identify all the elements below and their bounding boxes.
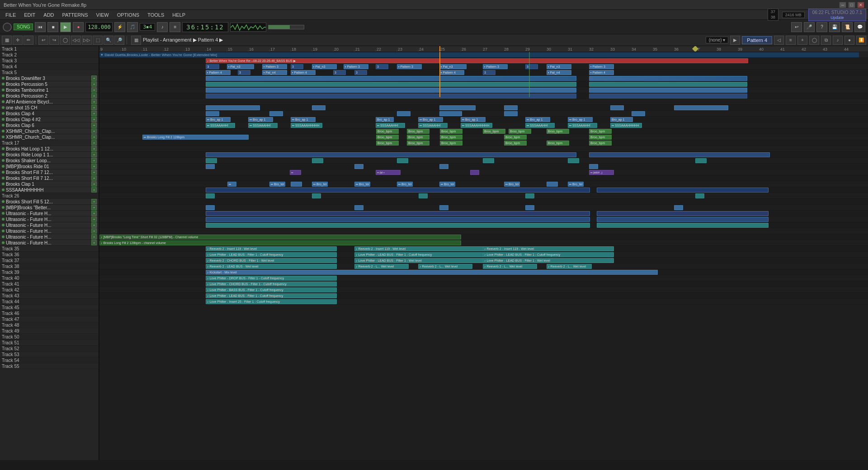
clip-row14-b[interactable]: Broo_bpm	[407, 129, 429, 134]
clip-row25-e[interactable]	[695, 193, 704, 198]
clip-row12-h[interactable]: ▪▪ Bro_ap 1	[568, 117, 593, 122]
clip-row20-b[interactable]	[354, 164, 363, 169]
pattern-add[interactable]: +	[797, 36, 807, 45]
track-name-row-19[interactable]: Brooks Ride Loop 1 1... +	[0, 152, 99, 158]
clip-row11-a[interactable]	[206, 111, 219, 116]
track-28-add[interactable]: +	[91, 205, 97, 210]
clip-row23-h[interactable]: ▪▪ Bro_ter 3	[504, 182, 520, 187]
clip-row23-g[interactable]: ▪▪ Bro_ter 3	[439, 182, 455, 187]
track-name-row-15[interactable]: XSHMR_Church_Clap... +	[0, 128, 99, 134]
timeline-tracks[interactable]: ✦ David Guetta,Brooks,Loote - Better Whe…	[99, 52, 868, 305]
clip-row19-e[interactable]	[568, 158, 579, 163]
track-34-add[interactable]: +	[91, 240, 97, 245]
toolbar-nav-right[interactable]: ▷▷	[82, 36, 92, 45]
track-name-row-14[interactable]: Brooks Clap 6 +	[0, 122, 99, 128]
track-12-add[interactable]: +	[91, 111, 97, 116]
minimize-button[interactable]: ─	[839, 2, 846, 8]
clip-row23-d[interactable]: ▪▪ Bro_ter 3	[312, 182, 328, 187]
clip-row18-b[interactable]	[589, 152, 770, 157]
clip-row13-b[interactable]: ▪▪ SSSAAAHH!	[248, 123, 278, 128]
toolbar-grid[interactable]: ▦	[2, 36, 12, 45]
clip-row25-a[interactable]	[206, 193, 215, 198]
clip-row15-b[interactable]: Broo_bpm	[376, 135, 399, 140]
help-button[interactable]: ?	[816, 22, 827, 32]
track-name-row-7[interactable]: Brooks Percussion 5 +	[0, 81, 99, 87]
clip-row4-a[interactable]: ▪ Pattern 4	[206, 70, 231, 75]
tempo-tap-button[interactable]: ⚡	[114, 22, 125, 32]
clip-row10-a[interactable]	[206, 105, 260, 110]
clip-row13-d[interactable]: ▪▪ SSSAAAHH!	[376, 123, 405, 128]
track-name-row-22[interactable]: Brooks Short Fill 7 12... +	[0, 169, 99, 175]
clip-row4-d[interactable]: ▪ Pattern 4	[291, 70, 316, 75]
clip-row18-main[interactable]	[206, 152, 576, 157]
clip-row7-main[interactable]	[206, 88, 576, 93]
clip-row3-b[interactable]: ▪ Pat_n3	[227, 64, 254, 69]
clip-row43-main[interactable]: ♪ Love Philter - Insert 25 - Filter 1 - …	[206, 299, 337, 304]
track-name-row-29[interactable]: Ultrasonic - Future H... +	[0, 211, 99, 216]
clip-row3-e[interactable]: ▪ Pat_n3	[312, 64, 337, 69]
toolbar-undo-sm[interactable]: ↩	[38, 36, 48, 45]
track-25-add[interactable]: +	[91, 187, 97, 193]
clip-row27-c[interactable]	[439, 205, 448, 210]
track-13-add[interactable]: +	[91, 117, 97, 122]
track-19-add[interactable]: +	[91, 152, 97, 157]
clip-row12-d[interactable]: Bro_ap 1	[376, 117, 394, 122]
clip-row21-b[interactable]: ▪▪ [M ▪	[376, 170, 401, 175]
song-label[interactable]: SONG	[14, 24, 33, 30]
playlist-icon[interactable]: ▦	[131, 36, 141, 45]
clip-row34-main[interactable]: ♪ Reeverb 2 - Insert 119 - Wet level	[206, 246, 337, 251]
clip-row33-main[interactable]: ♪ Brooks Long Fill 2 128bpm - channel vo…	[99, 240, 461, 245]
clip-row35-b[interactable]: ♪ Love Philter - LEAD BUS - Filter 1 - C…	[354, 252, 486, 257]
clip-row11-d[interactable]	[439, 111, 462, 116]
track-name-row-27[interactable]: Brooks Short Fill 5 12... +	[0, 199, 99, 205]
pattern-play[interactable]: ▶	[730, 36, 740, 45]
clip-row16-d[interactable]: Broo_bpm	[504, 141, 527, 146]
clip-row25-b[interactable]	[312, 193, 321, 198]
clip-row28-b[interactable]	[597, 211, 769, 216]
clip-row30-main[interactable]	[206, 223, 590, 228]
clip-row8-b[interactable]	[589, 94, 747, 99]
clip-row12-f[interactable]: ▪▪ Bro_ap 1	[461, 117, 486, 122]
track-32-add[interactable]: +	[91, 228, 97, 234]
clip-row8-main[interactable]	[206, 94, 576, 99]
clip-row11-f[interactable]	[632, 111, 645, 116]
track-24-add[interactable]: +	[91, 181, 97, 187]
track-name-row-23[interactable]: Brooks Short Fill 7 12... +	[0, 175, 99, 181]
clip-row21-a[interactable]: ▪▪	[290, 170, 301, 175]
clip-row3-c[interactable]: ▪ Pattern 3	[262, 64, 287, 69]
track-14-add[interactable]: +	[91, 122, 97, 128]
track-name-row-21[interactable]: [MBP]Brooks Ride 01 +	[0, 164, 99, 169]
clip-row14-f[interactable]: Broo_bpm	[547, 129, 569, 134]
track-15-add[interactable]: +	[91, 128, 97, 134]
clip-row5-main[interactable]	[206, 76, 576, 81]
track-18-add[interactable]: +	[91, 146, 97, 151]
clip-row23-e[interactable]: ▪▪ Bro_ter 3	[354, 182, 370, 187]
track-33-add[interactable]: +	[91, 234, 97, 240]
menu-view[interactable]: VIEW	[93, 11, 113, 19]
clip-row41-main[interactable]: ♪ Love Philter - BASS BUS - Filter 1 - C…	[206, 287, 337, 292]
clip-row34-b[interactable]: ♪ Reeverb 2 - Insert 119 - Wet level	[354, 246, 486, 251]
clip-row37-c[interactable]: ♪ Reeverb 2 - L... Wet level	[418, 264, 472, 269]
menu-edit[interactable]: EDIT	[20, 11, 39, 19]
clip-row6-main[interactable]	[206, 82, 576, 87]
track-name-row-13[interactable]: Brooks Clap 4 #2 +	[0, 117, 99, 122]
clip-row4-e[interactable]: 3	[333, 70, 346, 75]
clip-row27-e[interactable]	[674, 205, 683, 210]
save-button[interactable]: 💾	[829, 22, 840, 32]
clip-row16-b[interactable]: Broo_bpm	[407, 141, 429, 146]
clip-row11-b[interactable]	[269, 111, 283, 116]
clip-row36-main[interactable]: ♪ Reeverb 2 - CHORD BUS - Filter 1 - Wet…	[206, 258, 337, 263]
clip-row13-a[interactable]: ▪▪ SSSAAAHH!	[206, 123, 235, 128]
clip-row14-a[interactable]: Broo_bpm	[376, 129, 399, 134]
pattern-mute[interactable]: ◯	[809, 36, 819, 45]
clip-row1-title[interactable]: ✦ David Guetta,Brooks,Loote - Better Whe…	[99, 52, 859, 57]
clip-row27-d[interactable]	[525, 205, 534, 210]
metronome-button[interactable]: 🎵	[127, 22, 138, 32]
track-name-row-20[interactable]: Brooks Shaker Loop... +	[0, 158, 99, 164]
mixer-button[interactable]: ≡	[170, 22, 180, 32]
menu-file[interactable]: FILE	[2, 11, 19, 19]
track-31-add[interactable]: +	[91, 222, 97, 228]
clip-row19-a[interactable]	[206, 158, 217, 163]
clip-row10-b[interactable]	[312, 105, 326, 110]
clip-row16-c[interactable]: Broo_bpm	[440, 141, 462, 146]
